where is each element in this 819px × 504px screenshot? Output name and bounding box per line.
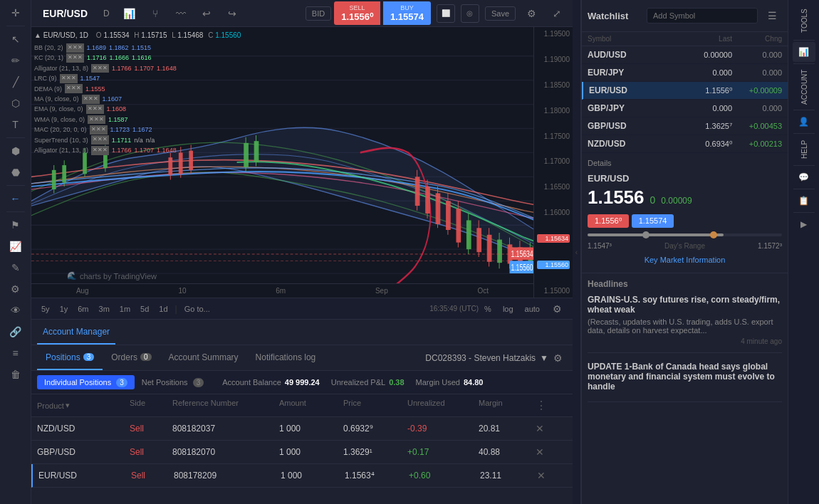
tf-6m[interactable]: 6m: [73, 303, 93, 315]
save-button[interactable]: Save: [485, 6, 516, 21]
account-manager-tab[interactable]: Account Manager: [37, 320, 115, 345]
crosshair-tool[interactable]: ✛: [4, 3, 27, 23]
text-tool[interactable]: T: [4, 115, 27, 135]
settings-btn[interactable]: ⚙: [521, 4, 541, 23]
back-btn[interactable]: ←: [4, 189, 27, 209]
watchlist-row[interactable]: AUD/USD 0.00000 0.000: [582, 46, 788, 64]
watchlist-row[interactable]: GBP/JPY 0.000 0.000: [582, 100, 788, 117]
headline-item: GRAINS-U.S. soy futures rise, corn stead…: [588, 295, 782, 353]
headline-title[interactable]: UPDATE 1-Bank of Canada head says global…: [588, 362, 782, 392]
tab-positions[interactable]: Positions 3: [37, 345, 103, 370]
expand-btn[interactable]: ⤢: [547, 4, 567, 23]
row-product: NZD/USD: [37, 424, 130, 434]
tab-orders-label: Orders: [111, 352, 137, 362]
watchlist-row[interactable]: NZD/USD 0.6934⁰ +0.00213: [582, 135, 788, 153]
filter-icon: ▾: [66, 401, 70, 410]
col-unrealized: Unrealized: [407, 399, 479, 412]
trash-tool[interactable]: 🗑: [4, 364, 27, 384]
fullscreen-btn[interactable]: ⬜: [437, 4, 455, 23]
tf-percent[interactable]: %: [480, 303, 496, 315]
col-product[interactable]: Product ▾: [37, 399, 130, 412]
close-position-btn[interactable]: ✕: [537, 470, 558, 481]
headline-title[interactable]: GRAINS-U.S. soy futures rise, corn stead…: [588, 295, 782, 315]
table-row: GBP/USD Sell 808182070 1 000 1.3629¹ +0.…: [31, 441, 573, 464]
panel-settings-btn[interactable]: ⚙: [548, 349, 567, 367]
tab-chat[interactable]: 💬: [793, 167, 815, 187]
svg-text:1.15634: 1.15634: [511, 248, 533, 258]
brush-tool[interactable]: ⬡: [4, 93, 27, 113]
headline-time: 4 minute ago: [588, 337, 782, 345]
line-tool[interactable]: ╱: [4, 72, 27, 92]
tf-auto[interactable]: auto: [521, 303, 544, 315]
zoom-tool[interactable]: ⬣: [4, 162, 27, 182]
compare-btn[interactable]: ⑂: [145, 4, 165, 23]
close-position-btn[interactable]: ✕: [536, 423, 557, 434]
tf-log[interactable]: log: [499, 303, 518, 315]
tf-5y[interactable]: 5y: [37, 303, 54, 315]
details-buy-btn[interactable]: 1.15574: [632, 214, 674, 228]
col-side: Side: [130, 399, 172, 412]
row-margin: 20.81: [479, 424, 536, 434]
watchlist-row[interactable]: EUR/JPY 0.000 0.000: [582, 64, 788, 82]
watchlist-row-eurusd[interactable]: EUR/USD 1.1556⁰ +0.00009: [582, 82, 788, 100]
watchlist-row[interactable]: GBP/USD 1.3625⁷ +0.00453: [582, 117, 788, 135]
tab-play[interactable]: ▶: [793, 214, 815, 234]
balance-label: Account Balance: [222, 378, 281, 387]
more-options-btn[interactable]: ⋮: [536, 399, 557, 412]
layers-tool[interactable]: ≡: [4, 343, 27, 363]
tab-account-summary[interactable]: Account Summary: [160, 345, 247, 370]
eye-tool[interactable]: 👁: [4, 300, 27, 320]
chart-area[interactable]: 0.60 -1 000 1.15634 1.15560 ▲ EUR/USD, 1…: [31, 27, 573, 298]
wl-last: 1.3625⁷: [675, 122, 732, 131]
chart-type-btn[interactable]: 📊: [120, 4, 140, 23]
account-selector[interactable]: DC028393 - Steven Hatzakis ▼: [425, 353, 548, 363]
details-sell-btn[interactable]: 1.1556⁰: [588, 214, 629, 228]
tab-notifications[interactable]: Notifications log: [247, 345, 325, 370]
y-label: 1.19000: [537, 56, 570, 63]
wl-chng: +0.00009: [732, 86, 782, 95]
individual-positions-tab[interactable]: Individual Positions 3: [37, 375, 135, 389]
collapse-handle[interactable]: ‹: [573, 0, 581, 504]
tf-1y[interactable]: 1y: [56, 303, 73, 315]
edit-tool[interactable]: ✎: [4, 258, 27, 278]
tf-1m[interactable]: 1m: [115, 303, 135, 315]
tab-orders[interactable]: Orders 0: [103, 345, 160, 370]
redo-btn[interactable]: ↪: [222, 4, 242, 23]
tf-settings[interactable]: ⚙: [547, 299, 567, 319]
tab-account-right[interactable]: ACCOUNT: [788, 65, 820, 108]
tab-list[interactable]: 📋: [793, 191, 815, 211]
top-bar: EUR/USD D 📊 ⑂ 〰 ↩ ↪ BID SELL 1.1556⁰ BUY…: [31, 0, 573, 27]
indicators-tool[interactable]: 📈: [4, 236, 27, 256]
tf-goto[interactable]: Go to...: [180, 303, 214, 315]
tf-3m[interactable]: 3m: [95, 303, 114, 315]
link-tool[interactable]: 🔗: [4, 322, 27, 342]
tab-chart[interactable]: 📊: [793, 42, 815, 62]
timeframe-selector[interactable]: D: [99, 6, 114, 21]
y-label: 1.15000: [537, 287, 570, 295]
tab-help[interactable]: HELP: [788, 135, 820, 164]
net-positions-tab[interactable]: Net Positions 3: [135, 375, 211, 389]
tab-people[interactable]: 👤: [793, 112, 815, 132]
range-bar: [588, 233, 782, 236]
alerts-btn[interactable]: ◎: [461, 4, 479, 23]
cursor-tool[interactable]: ↖: [4, 29, 27, 49]
row-unrealized: +0.60: [409, 471, 480, 481]
undo-btn[interactable]: ↩: [197, 4, 217, 23]
watchlist-menu-btn[interactable]: ☰: [762, 6, 782, 26]
indicators-btn[interactable]: 〰: [171, 4, 191, 23]
alerts-tool[interactable]: ⚑: [4, 215, 27, 235]
measure-tool[interactable]: ⬢: [4, 141, 27, 161]
add-symbol-input[interactable]: [647, 8, 758, 23]
tab-tools[interactable]: TOOLS: [788, 3, 820, 38]
price-change: 0.00009: [661, 196, 692, 206]
sell-button[interactable]: SELL 1.1556⁰: [334, 1, 380, 25]
draw-tool[interactable]: ✏: [4, 51, 27, 70]
table-row: NZD/USD Sell 808182037 1 000 0.6932⁹ -0.…: [31, 417, 573, 441]
settings-tool[interactable]: ⚙: [4, 279, 27, 299]
key-market-link[interactable]: Key Market Information: [588, 253, 782, 267]
tf-1d[interactable]: 1d: [155, 303, 172, 315]
close-position-btn[interactable]: ✕: [536, 446, 557, 458]
tf-5d[interactable]: 5d: [136, 303, 153, 315]
buy-button[interactable]: BUY 1.15574: [383, 1, 431, 25]
bid-dropdown[interactable]: BID: [306, 6, 331, 21]
